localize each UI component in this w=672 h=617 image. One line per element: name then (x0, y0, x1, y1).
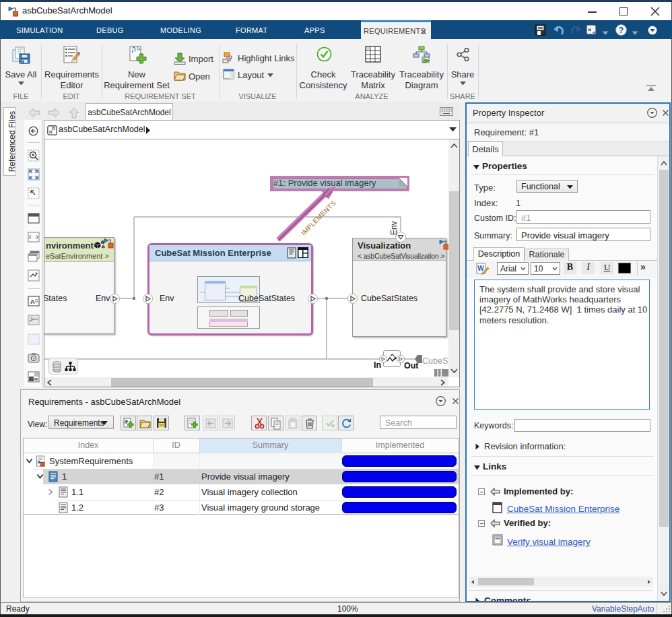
svg-text:?: ? (619, 26, 624, 35)
svg-text:A: A (30, 298, 35, 305)
svg-text:»: » (588, 26, 592, 33)
svg-text:W: W (477, 265, 484, 272)
